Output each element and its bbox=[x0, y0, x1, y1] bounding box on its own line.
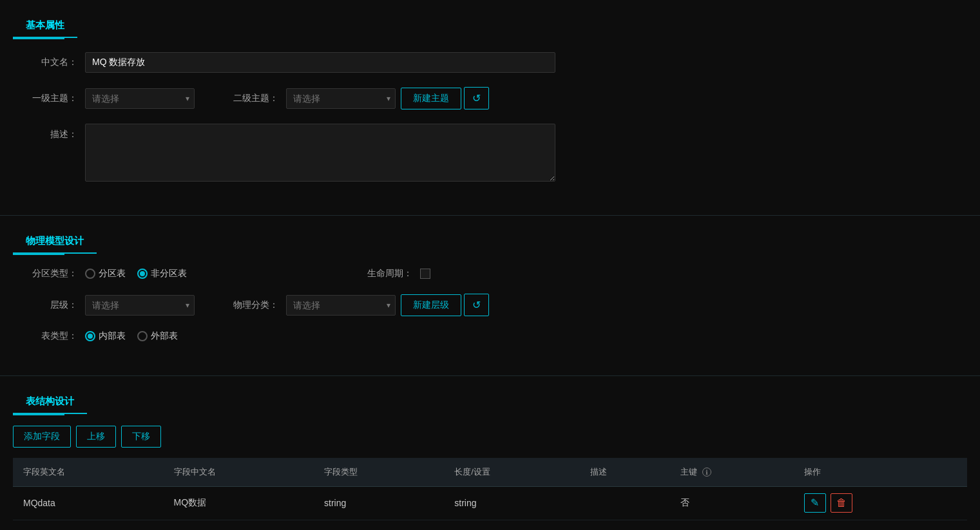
col-desc: 描述 bbox=[580, 458, 670, 486]
physical-section: 物理模型设计 分区类型： 分区表 非分区表 bbox=[0, 216, 980, 375]
table-type-label: 表类型： bbox=[26, 330, 77, 342]
internal-table-circle bbox=[85, 331, 95, 341]
basic-section: 基本属性 中文名： 一级主题： 请选择 二级主题： 请选择 bbox=[0, 0, 980, 215]
internal-table-radio[interactable]: 内部表 bbox=[85, 330, 126, 342]
lifecycle-checkbox[interactable] bbox=[420, 269, 430, 279]
cell-actions: ✎ 🗑 bbox=[794, 486, 967, 520]
partition-row: 分区类型： 分区表 非分区表 生命周期： bbox=[26, 268, 954, 279]
level-label: 层级： bbox=[26, 299, 77, 311]
new-level-button[interactable]: 新建层级 bbox=[401, 294, 461, 316]
chinese-name-input[interactable] bbox=[85, 52, 555, 73]
table-header: 字段英文名 字段中文名 字段类型 长度/设置 描述 bbox=[13, 458, 967, 486]
refresh-topic-icon: ↺ bbox=[472, 93, 481, 104]
table-structure-content: 添加字段 上移 下移 字段英文名 字段中文名 字段类型 bbox=[0, 415, 980, 530]
partition-table-radio[interactable]: 分区表 bbox=[85, 268, 126, 279]
page-wrapper: 基本属性 中文名： 一级主题： 请选择 二级主题： 请选择 bbox=[0, 0, 980, 530]
external-table-label: 外部表 bbox=[151, 330, 178, 342]
basic-section-title: 基本属性 bbox=[13, 9, 77, 38]
internal-table-label: 内部表 bbox=[99, 330, 126, 342]
new-topic-button[interactable]: 新建主题 bbox=[401, 88, 461, 109]
topic-row: 一级主题： 请选择 二级主题： 请选择 新建主题 ↺ bbox=[26, 87, 954, 109]
table-structure-section: 表结构设计 添加字段 上移 下移 字段英文名 字段中文名 bbox=[0, 376, 980, 530]
table-header-row: 字段英文名 字段中文名 字段类型 长度/设置 描述 bbox=[13, 458, 967, 486]
chinese-name-row: 中文名： bbox=[26, 52, 954, 73]
edit-icon: ✎ bbox=[811, 497, 819, 509]
physical-class-select-wrapper: 请选择 bbox=[286, 295, 396, 316]
cell-primary-key: 否 bbox=[670, 486, 794, 520]
col-cn-name: 字段中文名 bbox=[164, 458, 314, 486]
non-partition-table-circle bbox=[137, 269, 148, 279]
physical-section-title: 物理模型设计 bbox=[13, 225, 97, 254]
add-field-button[interactable]: 添加字段 bbox=[13, 426, 71, 448]
table-structure-title: 表结构设计 bbox=[13, 385, 87, 414]
table-toolbar: 添加字段 上移 下移 bbox=[13, 426, 967, 448]
partition-table-circle bbox=[85, 269, 95, 279]
partition-radio-group: 分区表 非分区表 bbox=[85, 268, 187, 279]
refresh-topic-button[interactable]: ↺ bbox=[464, 87, 489, 109]
desc-row: 描述： bbox=[26, 124, 954, 182]
level1-select[interactable]: 请选择 bbox=[85, 88, 195, 109]
level2-select-wrapper: 请选择 bbox=[286, 88, 396, 109]
table-body: MQdata MQ数据 string string bbox=[13, 486, 967, 520]
chinese-name-label: 中文名： bbox=[26, 57, 77, 68]
non-partition-table-label: 非分区表 bbox=[151, 268, 187, 279]
non-partition-table-radio[interactable]: 非分区表 bbox=[137, 268, 187, 279]
non-partition-dot bbox=[140, 271, 145, 276]
level2-select[interactable]: 请选择 bbox=[286, 88, 396, 109]
col-type: 字段类型 bbox=[314, 458, 444, 486]
level-select-wrapper: 请选择 bbox=[85, 295, 195, 316]
partition-label: 分区类型： bbox=[26, 268, 77, 279]
edit-row-button[interactable]: ✎ bbox=[804, 493, 826, 513]
move-down-button[interactable]: 下移 bbox=[121, 426, 161, 448]
basic-title-row: 基本属性 bbox=[0, 0, 980, 38]
col-action: 操作 bbox=[794, 458, 967, 486]
physical-class-select[interactable]: 请选择 bbox=[286, 295, 396, 316]
primary-key-info-icon[interactable]: ℹ bbox=[702, 468, 711, 477]
fields-table: 字段英文名 字段中文名 字段类型 长度/设置 描述 bbox=[13, 458, 967, 520]
lifecycle-label: 生命周期： bbox=[367, 268, 412, 279]
external-table-circle bbox=[137, 331, 148, 341]
partition-table-label: 分区表 bbox=[99, 268, 126, 279]
internal-table-dot bbox=[88, 334, 93, 339]
cell-type: string bbox=[314, 486, 444, 520]
col-length: 长度/设置 bbox=[444, 458, 580, 486]
physical-title-row: 物理模型设计 bbox=[0, 216, 980, 254]
delete-icon: 🗑 bbox=[836, 497, 847, 509]
table-row: MQdata MQ数据 string string bbox=[13, 486, 967, 520]
cell-eng-name: MQdata bbox=[13, 486, 164, 520]
level1-label: 一级主题： bbox=[26, 93, 77, 104]
physical-form: 分区类型： 分区表 非分区表 生命周期： bbox=[0, 255, 980, 375]
table-type-radio-group: 内部表 外部表 bbox=[85, 330, 178, 342]
external-table-radio[interactable]: 外部表 bbox=[137, 330, 178, 342]
move-up-button[interactable]: 上移 bbox=[76, 426, 116, 448]
level1-select-wrapper: 请选择 bbox=[85, 88, 195, 109]
refresh-level-icon: ↺ bbox=[472, 299, 481, 310]
refresh-level-button[interactable]: ↺ bbox=[464, 294, 489, 316]
desc-label: 描述： bbox=[26, 129, 77, 140]
delete-row-button[interactable]: 🗑 bbox=[831, 493, 852, 513]
cell-length: string bbox=[444, 486, 580, 520]
cell-cn-name: MQ数据 bbox=[164, 486, 314, 520]
table-structure-title-row: 表结构设计 bbox=[0, 376, 980, 414]
physical-class-label: 物理分类： bbox=[233, 299, 278, 311]
col-primary-key: 主键 ℹ bbox=[670, 458, 794, 486]
level-select[interactable]: 请选择 bbox=[85, 295, 195, 316]
col-eng-name: 字段英文名 bbox=[13, 458, 164, 486]
table-type-row: 表类型： 内部表 外部表 bbox=[26, 330, 954, 342]
level-row: 层级： 请选择 物理分类： 请选择 新建层级 ↺ bbox=[26, 294, 954, 316]
basic-form: 中文名： 一级主题： 请选择 二级主题： 请选择 新建主题 bbox=[0, 39, 980, 215]
level2-label: 二级主题： bbox=[233, 93, 278, 104]
cell-desc bbox=[580, 486, 670, 520]
desc-textarea[interactable] bbox=[85, 124, 555, 182]
